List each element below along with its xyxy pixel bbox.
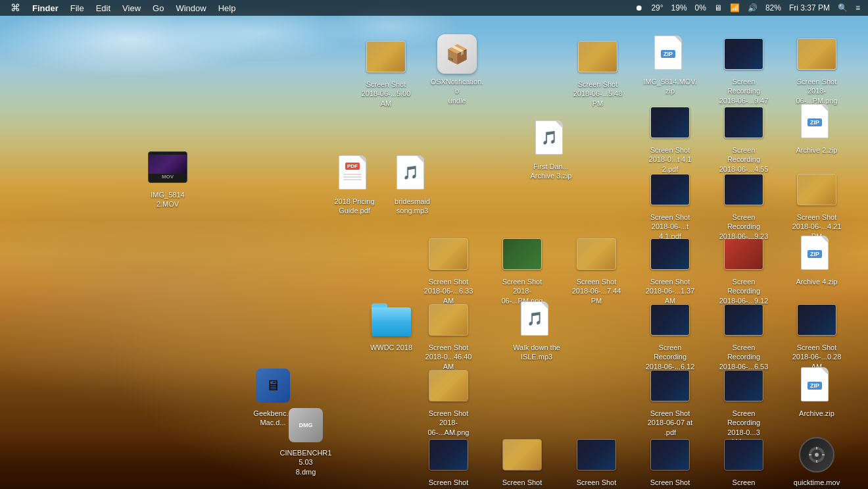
file-screenshot4[interactable]: Screen Shot2018-0...t 4.1 2.pdf bbox=[640, 101, 700, 174]
file-label: OSXNotification.bundle bbox=[427, 76, 487, 106]
file-menu[interactable]: File bbox=[65, 0, 89, 16]
view-menu[interactable]: View bbox=[117, 0, 146, 16]
file-archive2[interactable]: ZIP Archive 2.zip bbox=[787, 101, 846, 155]
file-bridesmaid[interactable]: 🎵 bridesmaidsong.mp3 bbox=[383, 153, 442, 217]
temperature: 29° bbox=[648, 0, 665, 16]
file-label: Screen Shot2018-06-...5.12 PM bbox=[640, 477, 700, 489]
file-label: 2018 PricingGuide.pdf bbox=[332, 196, 376, 217]
file-screenrec8[interactable]: Screen Recording2018-06-...7.44 AM bbox=[714, 434, 773, 489]
svg-point-2 bbox=[815, 453, 819, 457]
window-menu[interactable]: Window bbox=[170, 0, 211, 16]
finder-label: Finder bbox=[32, 3, 59, 13]
file-screenshot14[interactable]: Screen Shot2018-06-07 at .pdf bbox=[640, 365, 700, 438]
file-label: quicktime.mov bbox=[792, 477, 842, 488]
geekbench-icon: 🖥 bbox=[256, 369, 290, 403]
bundle-icon: 📦 bbox=[437, 34, 477, 74]
file-screenshot2[interactable]: Screen Shot2018-06-...5.48 PM bbox=[568, 36, 627, 109]
help-menu[interactable]: Help bbox=[213, 0, 241, 16]
edit-label: Edit bbox=[96, 3, 110, 13]
file-label: CINEBENCHR15.038.dmg bbox=[276, 448, 335, 477]
apple-menu[interactable]: ⌘ bbox=[5, 0, 26, 16]
file-screenshot15[interactable]: Screen Shot2018-06-...0.10 AM bbox=[419, 434, 478, 489]
view-label: View bbox=[122, 3, 141, 13]
file-screenshot1[interactable]: Screen Shot2018-06-...5.00 AM bbox=[356, 36, 416, 109]
file-screenshot11[interactable]: Screen Shot2018-0...46.40 AM bbox=[419, 299, 478, 372]
file-label: Walk down theISLE.mp3 bbox=[511, 342, 562, 363]
file-screenshot8[interactable]: Screen Shot2018-06-...PM.png bbox=[493, 233, 552, 306]
file-label: Screen Shot2018-06-...0.10 AM bbox=[419, 477, 478, 489]
file-screenshot9[interactable]: Screen Shot2018-06-...7.44 PM bbox=[567, 233, 626, 306]
file-label: IMG_5814 2.MOV bbox=[138, 190, 197, 210]
battery-indicator: 82% bbox=[763, 0, 784, 16]
file-img5814mov[interactable]: MOV IMG_5814 2.MOV bbox=[138, 146, 197, 210]
menubar: ⌘ Finder File Edit View Go Window Help ⏺… bbox=[0, 0, 868, 16]
file-screenshot7[interactable]: Screen Shot2018-06-...6.33 AM bbox=[419, 233, 478, 306]
file-label: WWDC 2018 bbox=[368, 342, 414, 353]
file-screenshot17[interactable]: Screen Shot2018-06-...5.27 PM bbox=[567, 434, 626, 489]
desktop: Screen Shot2018-06-...5.00 AM 📦 OSXNotif… bbox=[0, 16, 868, 489]
file-img5814zip[interactable]: ZIP IMG_5814.MOV.zip bbox=[640, 33, 700, 97]
battery-level: 82% bbox=[765, 3, 781, 13]
file-label: Screen Shot2018-06-...5.46 AM bbox=[493, 477, 552, 489]
file-walkdown[interactable]: 🎵 Walk down theISLE.mp3 bbox=[507, 299, 566, 363]
file-wwdc2018[interactable]: WWDC 2018 bbox=[362, 299, 421, 353]
search-icon[interactable]: 🔍 bbox=[835, 0, 850, 16]
list-icon[interactable]: ≡ bbox=[853, 0, 863, 16]
window-label: Window bbox=[176, 3, 206, 13]
file-label: bridesmaidsong.mp3 bbox=[393, 196, 432, 217]
file-label: First Dan...Archive 3.zip bbox=[529, 161, 574, 182]
dmg-icon: DMG bbox=[289, 408, 323, 442]
battery-percent: 19% bbox=[669, 0, 690, 16]
file-label: Screen Recording2018-06-...7.44 AM bbox=[714, 477, 773, 489]
finder-menu[interactable]: Finder bbox=[27, 0, 64, 16]
go-menu[interactable]: Go bbox=[147, 0, 169, 16]
file-screenshot3[interactable]: Screen Shot2018-06-...PM.png bbox=[787, 33, 846, 106]
file-label: File bbox=[70, 3, 84, 13]
power-percent: 0% bbox=[692, 0, 709, 16]
file-quicktime[interactable]: quicktime.mov bbox=[787, 434, 846, 488]
file-label: Screen Shot2018-06-...5.48 PM bbox=[568, 79, 627, 109]
file-archive-zip[interactable]: ZIP Archive.zip bbox=[787, 365, 846, 419]
file-screenshot10[interactable]: Screen Shot2018-06-...1.37 AM bbox=[640, 233, 700, 306]
file-screenshot6[interactable]: Screen Shot2018-06-...4.21 PM bbox=[787, 168, 846, 242]
apple-logo-icon: ⌘ bbox=[11, 2, 20, 14]
file-label: Archive 4.zip bbox=[794, 276, 840, 287]
file-pricing[interactable]: PDF 2018 PricingGuide.pdf bbox=[325, 153, 384, 217]
help-label: Help bbox=[218, 3, 236, 13]
file-label: Screen Shot2018-06-...5.00 AM bbox=[356, 79, 416, 109]
file-screenshot12[interactable]: Screen Shot2018-06-...0.28 AM bbox=[787, 299, 846, 372]
file-cinebench[interactable]: DMG CINEBENCHR15.038.dmg bbox=[276, 404, 335, 477]
file-screenshot13[interactable]: Screen Shot2018-06-...AM.png bbox=[419, 365, 478, 438]
edit-menu[interactable]: Edit bbox=[91, 0, 116, 16]
volume-icon[interactable]: 🔊 bbox=[745, 0, 760, 16]
file-screenshot18[interactable]: Screen Shot2018-06-...5.12 PM bbox=[640, 434, 700, 489]
quicktime-icon bbox=[799, 437, 834, 473]
file-osxbundle[interactable]: 📦 OSXNotification.bundle bbox=[427, 33, 487, 106]
datetime: Fri 3:37 PM bbox=[786, 0, 832, 16]
screen-icon: 🖥 bbox=[711, 0, 725, 16]
file-label: Archive.zip bbox=[797, 408, 836, 419]
status-icon: ⏺ bbox=[633, 0, 646, 16]
file-screenshot5[interactable]: Screen Shot2018-06-...t 4.1.pdf bbox=[640, 168, 700, 242]
file-label: Screen Shot2018-06-...5.27 PM bbox=[567, 477, 626, 489]
wifi-icon[interactable]: 📶 bbox=[727, 0, 742, 16]
file-label: Archive 2.zip bbox=[794, 145, 840, 155]
file-label: Screen Shot2018-06-...7.44 PM bbox=[567, 276, 626, 306]
file-screenshot16[interactable]: Screen Shot2018-06-...5.46 AM bbox=[493, 434, 552, 489]
go-label: Go bbox=[153, 3, 164, 13]
file-archive3[interactable]: 🎵 First Dan...Archive 3.zip bbox=[521, 118, 581, 182]
file-label: IMG_5814.MOV.zip bbox=[640, 76, 700, 97]
file-archive4[interactable]: ZIP Archive 4.zip bbox=[787, 233, 846, 287]
